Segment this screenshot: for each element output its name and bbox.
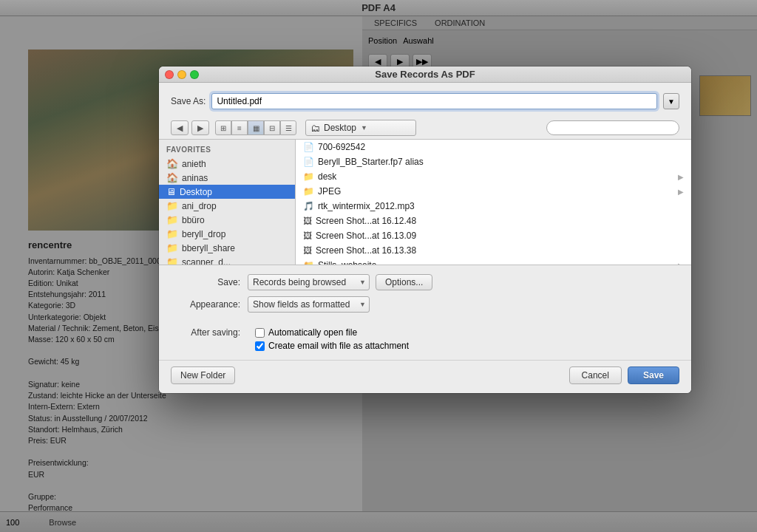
view-buttons: ⊞ ≡ ▦ ⊟ ☰ [215,120,296,135]
dialog-buttons: New Folder Cancel Save [159,360,691,393]
sidebar-item-bburo[interactable]: 📁 bbüro [159,213,295,227]
appearance-select[interactable]: Show fields as formatted [248,296,370,313]
file-item-5[interactable]: 🎵 rtk_wintermix_2012.mp3 [296,199,691,214]
options-button[interactable]: Options... [376,274,432,290]
appearance-select-wrapper: Show fields as formatted ▼ [248,296,370,313]
after-saving-options: Automatically open file Create email wit… [255,327,409,351]
sidebar-item-scanner[interactable]: 📁 scanner_d... [159,255,295,265]
file-name-2: Beryll_BB_Starter.fp7 alias [318,157,424,167]
appearance-label: Appearance: [174,299,240,310]
file-item-8[interactable]: 🖼 Screen Shot...at 16.13.38 [296,243,691,258]
after-saving-section: After saving: Automatically open file Cr… [159,327,691,360]
view-column-btn[interactable]: ▦ [248,120,264,135]
save-label: Save: [174,277,240,287]
folder-icon: 🗂 [310,123,320,134]
desktop-icon: 🖥 [166,186,176,197]
file-name-4: JPEG [318,186,341,197]
image-icon-8: 🖼 [303,245,312,256]
minimize-button[interactable] [177,70,186,79]
file-icon-1: 📄 [303,142,314,152]
folder-icon-f3: 📁 [303,171,314,182]
file-item-3[interactable]: 📁 desk ▶ [296,169,691,184]
auto-open-row[interactable]: Automatically open file [255,327,409,338]
sidebar-label-bburo: bbüro [182,215,205,225]
view-coverflow-btn[interactable]: ☰ [280,120,296,135]
file-name-7: Screen Shot...at 16.13.09 [316,231,416,241]
location-popup[interactable]: 🗂 Desktop ▼ [305,120,416,136]
folder-icon-5: 📁 [166,256,178,265]
dialog-titlebar: Save Records As PDF [159,66,691,83]
folder-icon-1: 📁 [166,200,178,211]
save-button[interactable]: Save [628,366,679,384]
create-email-label: Create email with file as attachment [268,341,409,351]
arrow-icon-3: ▶ [678,173,684,181]
folder-icon-4: 📁 [166,242,178,253]
after-saving-row: After saving: Automatically open file Cr… [174,327,676,351]
file-name-9: Stills_webseite [318,260,376,265]
view-cover-btn[interactable]: ⊟ [264,120,280,135]
file-icon-2: 📄 [303,157,314,167]
sidebar-label-ani-drop: ani_drop [182,201,217,211]
save-options-panel: Save: Records being browsed ▼ Options...… [159,265,691,327]
new-folder-button[interactable]: New Folder [171,366,235,384]
expand-button[interactable]: ▼ [663,93,679,109]
view-icon-btn[interactable]: ⊞ [215,120,231,135]
folder-icon-2: 📁 [166,214,178,225]
file-name-3: desk [318,171,336,182]
sidebar-item-ani-drop[interactable]: 📁 ani_drop [159,199,295,213]
sidebar-label-anieth: anieth [182,159,206,169]
file-item-7[interactable]: 🖼 Screen Shot...at 16.13.09 [296,228,691,243]
sidebar-item-anieth[interactable]: 🏠 anieth [159,157,295,171]
file-item-6[interactable]: 🖼 Screen Shot...at 16.12.48 [296,214,691,228]
folder-icon-f4: 📁 [303,186,314,197]
favorites-header: FAVORITES [159,146,295,157]
traffic-lights [165,70,199,79]
save-as-row: Save As: ▼ [159,83,691,117]
appearance-row: Appearance: Show fields as formatted ▼ [174,296,676,313]
records-select-wrapper: Records being browsed ▼ [248,274,370,290]
save-as-label: Save As: [171,96,206,106]
file-browser: FAVORITES 🏠 anieth 🏠 aninas 🖥 Desktop 📁 … [159,140,691,265]
file-browser-toolbar: ◀ ▶ ⊞ ≡ ▦ ⊟ ☰ 🗂 Desktop ▼ [159,117,691,140]
folder-icon-3: 📁 [166,228,178,239]
back-nav-button[interactable]: ◀ [171,120,189,135]
sidebar-label-scanner: scanner_d... [182,257,231,265]
image-icon-6: 🖼 [303,216,312,226]
file-item-9[interactable]: 📁 Stills_webseite ▶ [296,258,691,265]
search-input[interactable] [546,120,679,135]
sidebar-item-beryll-drop[interactable]: 📁 beryll_drop [159,227,295,241]
auto-open-checkbox[interactable] [255,328,265,338]
file-list-panel: 📄 700-692542 📄 Beryll_BB_Starter.fp7 ali… [296,140,691,265]
arrow-icon-4: ▶ [678,188,684,196]
auto-open-label: Automatically open file [268,327,357,338]
sidebar-item-bberyll-share[interactable]: 📁 bberyll_share [159,241,295,255]
sidebar-label-bberyll-share: bberyll_share [182,243,235,253]
filename-input[interactable] [211,93,657,109]
right-buttons: Cancel Save [569,366,679,384]
sidebar-item-desktop[interactable]: 🖥 Desktop [159,185,295,199]
view-list-btn[interactable]: ≡ [231,120,248,135]
file-name-6: Screen Shot...at 16.12.48 [316,216,416,226]
file-item-4[interactable]: 📁 JPEG ▶ [296,184,691,199]
location-label: Desktop [324,123,356,133]
image-icon-7: 🖼 [303,231,312,241]
save-dialog: Save Records As PDF Save As: ▼ ◀ ▶ ⊞ ≡ ▦… [159,66,691,393]
file-item-1[interactable]: 📄 700-692542 [296,140,691,154]
create-email-checkbox[interactable] [255,341,265,351]
sidebar-item-aninas[interactable]: 🏠 aninas [159,171,295,185]
sidebar-label-beryll-drop: beryll_drop [182,229,225,239]
folder-icon-f9: 📁 [303,260,314,265]
sidebar-panel: FAVORITES 🏠 anieth 🏠 aninas 🖥 Desktop 📁 … [159,140,296,265]
dialog-title: Save Records As PDF [375,69,475,80]
file-name-1: 700-692542 [318,142,365,152]
forward-nav-button[interactable]: ▶ [191,120,209,135]
cancel-button[interactable]: Cancel [569,366,622,384]
create-email-row[interactable]: Create email with file as attachment [255,341,409,351]
home-icon-1: 🏠 [166,158,178,169]
records-select[interactable]: Records being browsed [248,274,370,290]
after-saving-label: After saving: [174,327,240,338]
close-button[interactable] [165,70,174,79]
maximize-button[interactable] [190,70,199,79]
file-item-2[interactable]: 📄 Beryll_BB_Starter.fp7 alias [296,154,691,169]
file-name-8: Screen Shot...at 16.13.38 [316,245,416,256]
